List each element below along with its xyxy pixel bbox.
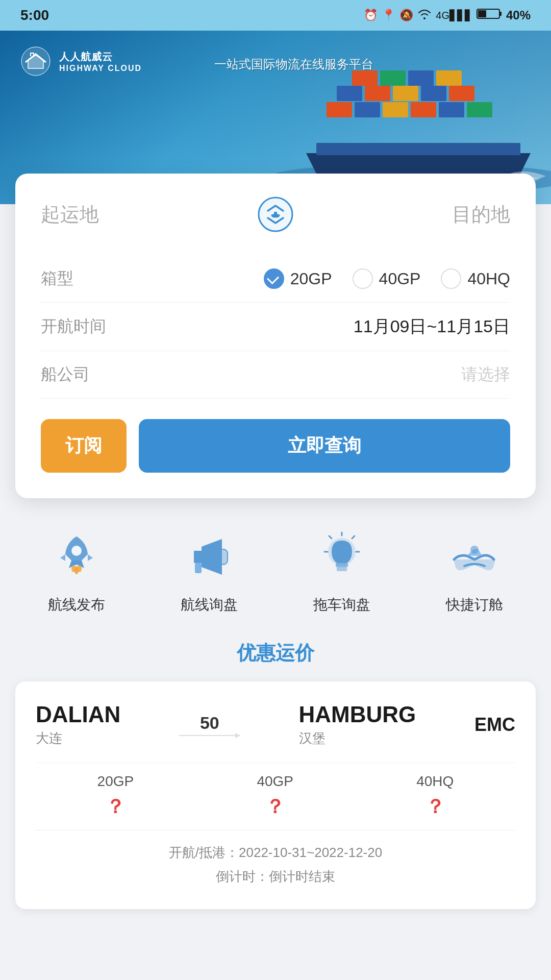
countdown-line: 倒计时：倒计时结束 xyxy=(36,865,515,889)
quick-item-quick-booking[interactable]: 快捷订舱 xyxy=(446,529,503,615)
svg-rect-17 xyxy=(352,70,378,86)
price-type-40gp: 40GP xyxy=(257,773,293,790)
departure-date-row[interactable]: 开航时间 11月09日~11月15日 xyxy=(41,303,510,351)
quick-actions: 航线发布 航线询盘 xyxy=(0,498,551,635)
container-type-label: 箱型 xyxy=(41,267,133,290)
alarm-icon: ⏰ xyxy=(364,9,378,22)
destination-name: 汉堡 xyxy=(299,729,325,747)
svg-rect-13 xyxy=(365,86,390,101)
svg-line-33 xyxy=(352,536,355,538)
route-inquiry-label: 航线询盘 xyxy=(181,595,238,615)
price-value-20gp: ？ xyxy=(106,794,125,820)
price-value-40gp: ？ xyxy=(265,794,285,820)
price-40hq: 40HQ ？ xyxy=(416,773,454,820)
countdown-label: 倒计时： xyxy=(216,869,269,884)
svg-rect-8 xyxy=(383,102,408,117)
svg-rect-1 xyxy=(478,10,486,17)
svg-rect-27 xyxy=(195,563,202,573)
arrow-line xyxy=(179,735,240,736)
mute-icon: 🔕 xyxy=(399,9,413,22)
svg-point-23 xyxy=(71,546,82,556)
location-icon: 📍 xyxy=(382,9,395,22)
departure-date-content: 11月09日~11月15日 xyxy=(133,315,510,338)
query-button[interactable]: 立即查询 xyxy=(139,419,510,473)
destination-port: HAMBURG 汉堡 xyxy=(299,702,416,747)
departure-date-label: 开航时间 xyxy=(41,315,133,338)
rocket-icon xyxy=(48,529,105,585)
countdown-value: 倒计时结束 xyxy=(269,869,335,884)
battery-percent: 40% xyxy=(506,8,531,22)
price-type-40hq: 40HQ xyxy=(416,773,454,790)
radio-20gp[interactable] xyxy=(264,268,284,289)
quick-item-truck-inquiry[interactable]: 拖车询盘 xyxy=(313,529,370,615)
status-bar: 5:00 ⏰ 📍 🔕 4G▋▋▋ 40% xyxy=(0,0,551,31)
destination-code: HAMBURG xyxy=(299,702,416,727)
option-40hq[interactable]: 40HQ xyxy=(441,268,510,289)
logo-icon xyxy=(20,46,51,77)
container-type-row: 箱型 20GP 40GP 40HQ xyxy=(41,255,510,303)
price-type-20gp: 20GP xyxy=(97,773,134,790)
departure-arrival-date: 开航/抵港：2022-10-31~2022-12-20 xyxy=(36,841,515,865)
svg-rect-18 xyxy=(380,70,406,86)
route-card: DALIAN 大连 50 HAMBURG 汉堡 EMC 20GP ？ 40GP … xyxy=(15,681,536,909)
quick-item-route-publish[interactable]: 航线发布 xyxy=(48,529,105,615)
shipping-company-name: EMC xyxy=(474,714,515,736)
status-icons: ⏰ 📍 🔕 4G▋▋▋ 40% xyxy=(364,8,531,23)
price-20gp: 20GP ？ xyxy=(97,773,134,820)
shipping-company-row[interactable]: 船公司 请选择 xyxy=(41,351,510,399)
route-arrow: 50 xyxy=(179,713,240,736)
megaphone-icon xyxy=(181,529,237,585)
label-40gp: 40GP xyxy=(379,270,421,288)
route-row: 起运地 目的地 xyxy=(41,194,510,235)
option-40gp[interactable]: 40GP xyxy=(353,268,421,289)
origin-label[interactable]: 起运地 xyxy=(41,202,99,228)
label-20gp: 20GP xyxy=(290,270,332,288)
departure-date-value: 11月09日~11月15日 xyxy=(354,315,510,338)
svg-rect-6 xyxy=(327,102,352,117)
subscribe-button[interactable]: 订阅 xyxy=(41,419,127,473)
quick-item-route-inquiry[interactable]: 航线询盘 xyxy=(181,529,238,615)
battery-icon xyxy=(477,8,502,23)
route-num: 50 xyxy=(200,713,219,733)
logo-chinese: 人人航威云 xyxy=(59,50,142,64)
route-card-header: DALIAN 大连 50 HAMBURG 汉堡 EMC xyxy=(36,702,515,747)
departure-value: 2022-10-31~2022-12-20 xyxy=(239,845,382,860)
origin-name: 大连 xyxy=(36,729,62,747)
option-20gp[interactable]: 20GP xyxy=(264,268,332,289)
price-row: 20GP ？ 40GP ？ 40HQ ？ xyxy=(36,763,515,830)
destination-label[interactable]: 目的地 xyxy=(452,202,510,228)
hero-logo: 人人航威云 HIGHWAY CLOUD xyxy=(20,46,142,77)
lightbulb-icon xyxy=(314,529,370,585)
shipping-company-content: 请选择 xyxy=(133,363,510,386)
date-info: 开航/抵港：2022-10-31~2022-12-20 倒计时：倒计时结束 xyxy=(36,841,515,889)
svg-rect-12 xyxy=(337,86,362,101)
signal-icon: 4G▋▋▋ xyxy=(436,9,472,21)
svg-rect-28 xyxy=(219,549,228,565)
truck-inquiry-label: 拖车询盘 xyxy=(313,595,370,615)
container-options: 20GP 40GP 40HQ xyxy=(133,268,510,289)
svg-rect-5 xyxy=(316,143,520,155)
swap-button[interactable] xyxy=(255,194,296,235)
svg-rect-16 xyxy=(449,86,474,101)
svg-rect-7 xyxy=(355,102,380,117)
origin-port: DALIAN 大连 xyxy=(36,702,120,747)
svg-rect-31 xyxy=(337,567,347,571)
radio-40gp[interactable] xyxy=(353,268,373,289)
shipping-company-placeholder: 请选择 xyxy=(461,363,510,386)
origin-code: DALIAN xyxy=(36,702,120,727)
radio-40hq[interactable] xyxy=(441,268,461,289)
svg-rect-2 xyxy=(499,12,502,16)
svg-rect-10 xyxy=(439,102,464,117)
svg-rect-19 xyxy=(408,70,434,86)
route-publish-label: 航线发布 xyxy=(48,595,105,615)
label-40hq: 40HQ xyxy=(467,270,510,288)
logo-text-block: 人人航威云 HIGHWAY CLOUD xyxy=(59,50,142,73)
svg-rect-14 xyxy=(393,86,418,101)
svg-rect-15 xyxy=(421,86,446,101)
svg-rect-9 xyxy=(411,102,436,117)
price-value-40hq: ？ xyxy=(425,794,445,820)
departure-label: 开航/抵港： xyxy=(169,845,239,860)
svg-rect-30 xyxy=(336,563,348,567)
svg-rect-20 xyxy=(436,70,462,86)
logo-english: HIGHWAY CLOUD xyxy=(59,64,142,73)
